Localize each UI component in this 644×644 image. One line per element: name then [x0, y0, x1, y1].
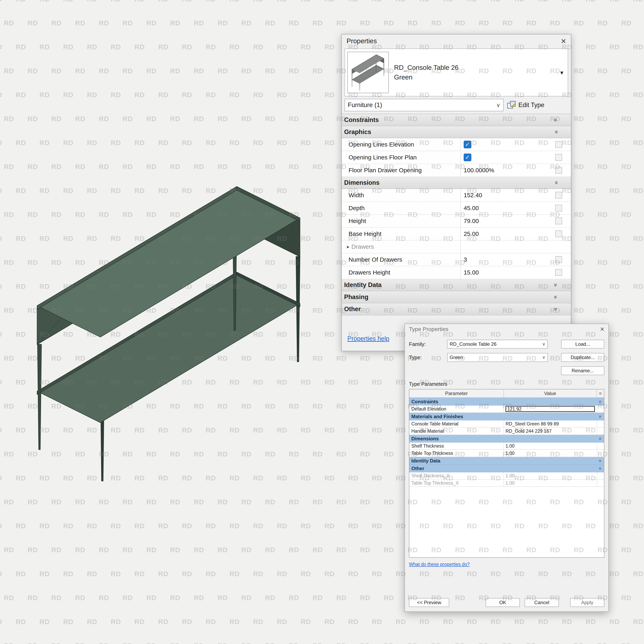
rename-button[interactable]: Rename...: [561, 366, 604, 375]
parameter-value[interactable]: 121.92: [504, 406, 597, 412]
associate-parameter-button[interactable]: [555, 141, 562, 148]
watermark-text: RD: [75, 546, 85, 554]
checkbox-opening-lines-floor-plan[interactable]: ✓: [464, 154, 471, 161]
associate-parameter-button[interactable]: [555, 269, 562, 276]
parameter-value[interactable]: 1.00: [504, 472, 597, 479]
chevron-double-down-icon[interactable]: »: [553, 283, 559, 287]
parameter-value[interactable]: RD_Steel Green 86 99 89: [504, 420, 597, 427]
chevron-double-down-icon[interactable]: »: [553, 308, 559, 311]
type-param-group-identity-data[interactable]: Identity Data»: [409, 457, 604, 465]
watermark-text: RD: [621, 259, 632, 266]
type-param-group-constraints[interactable]: Constraints»: [409, 398, 604, 406]
type-preview[interactable]: RD_Console Table 26 Green ▾: [345, 49, 568, 96]
property-group-identity-data[interactable]: Identity Data»: [342, 279, 571, 291]
watermark-text: RD: [598, 115, 608, 123]
associate-parameter-button[interactable]: [555, 230, 562, 237]
column-header-parameter[interactable]: Parameter: [409, 389, 504, 397]
associate-parameter-button[interactable]: [555, 192, 562, 199]
checkbox-opening-lines-elevation[interactable]: ✓: [464, 141, 471, 148]
watermark-text: RD: [123, 546, 133, 554]
filter-combo[interactable]: Furniture (1) ∨: [345, 99, 504, 111]
close-icon[interactable]: ×: [561, 37, 566, 45]
watermark-text: RD: [609, 43, 620, 51]
associate-parameter-button[interactable]: [555, 218, 562, 224]
parameter-value[interactable]: 1.00: [504, 443, 597, 449]
property-group-other[interactable]: Other»: [342, 303, 571, 315]
combo-caret-icon: ∨: [496, 102, 501, 108]
property-group-graphics[interactable]: Graphics»: [342, 126, 571, 138]
ok-button[interactable]: OK: [486, 598, 520, 607]
parameter-value[interactable]: 1.00: [504, 450, 597, 457]
associate-parameter-button[interactable]: [555, 205, 562, 212]
type-properties-help-link[interactable]: What do these properties do?: [409, 562, 470, 567]
watermark-text: RD: [241, 67, 252, 75]
chevron-double-up-icon[interactable]: »: [597, 437, 603, 440]
load-button[interactable]: Load...: [561, 340, 604, 349]
watermark-text: RD: [277, 139, 287, 147]
parameter-name: Table Top Thickness: [409, 450, 504, 457]
type-param-row-table-top-thickness: Table Top Thickness1.00: [409, 450, 604, 457]
chevron-double-down-icon[interactable]: »: [553, 118, 559, 122]
property-value[interactable]: ✓: [461, 138, 546, 151]
watermark-text: RD: [289, 594, 299, 602]
chevron-double-up-icon[interactable]: »: [553, 181, 559, 185]
property-value[interactable]: 3: [461, 253, 546, 266]
watermark-text: RD: [621, 211, 632, 219]
chevron-double-up-icon[interactable]: »: [597, 459, 603, 462]
type-selector-caret-icon[interactable]: ▾: [560, 69, 563, 76]
property-value[interactable]: 152.40: [461, 189, 546, 201]
properties-help-link[interactable]: Properties help: [347, 335, 389, 342]
property-value[interactable]: 79.00: [461, 215, 546, 227]
watermark-text: RD: [182, 618, 192, 626]
type-name: Green: [394, 72, 458, 82]
property-value[interactable]: ✓: [461, 151, 546, 164]
watermark-text: RD: [360, 450, 370, 458]
parameter-value[interactable]: RD_Gold 244 229 167: [504, 428, 597, 434]
edit-type-button[interactable]: Edit Type: [507, 100, 544, 110]
property-group-dimensions[interactable]: Dimensions»: [342, 177, 571, 189]
chevron-double-up-icon[interactable]: »: [597, 467, 603, 470]
parameter-value[interactable]: 1.00: [504, 480, 597, 486]
watermark-text: RD: [99, 642, 109, 644]
column-header-value[interactable]: Value: [504, 389, 597, 397]
watermark-text: RD: [51, 594, 62, 602]
chevron-double-up-icon[interactable]: »: [553, 130, 559, 134]
type-param-group-materials-and-finishes[interactable]: Materials and Finishes»: [409, 413, 604, 420]
property-row-number-of-drawers: Number Of Drawers3: [342, 253, 571, 266]
focused-value-input[interactable]: 121.92: [506, 406, 595, 412]
group-label: Materials and Finishes: [411, 414, 463, 419]
value-text: 152.40: [464, 192, 482, 199]
property-value[interactable]: 15.00: [461, 266, 546, 279]
property-value[interactable]: 25.00: [461, 228, 546, 240]
chevron-double-down-icon[interactable]: »: [553, 295, 559, 299]
associate-parameter-button[interactable]: [555, 167, 562, 174]
chevron-double-up-icon[interactable]: »: [597, 415, 603, 418]
family-combo[interactable]: RD_Console Table 26 ∨: [447, 340, 548, 349]
watermark-text: RD: [111, 139, 121, 147]
chevron-double-up-icon[interactable]: »: [597, 400, 603, 403]
property-value[interactable]: 45.00: [461, 202, 546, 214]
watermark-text: RD: [621, 115, 632, 123]
watermark-text: RD: [51, 498, 62, 506]
associate-parameter-button[interactable]: [555, 154, 562, 161]
property-group-constraints[interactable]: Constraints»: [342, 114, 571, 126]
property-group-phasing[interactable]: Phasing»: [342, 291, 571, 303]
associate-parameter-button[interactable]: [555, 256, 562, 263]
watermark-text: RD: [170, 546, 180, 554]
property-label: Height: [342, 215, 461, 227]
watermark-text: RD: [313, 594, 323, 602]
type-param-group-dimensions[interactable]: Dimensions»: [409, 435, 604, 443]
type-param-group-other[interactable]: Other»: [409, 465, 604, 472]
watermark-text: RD: [182, 522, 192, 530]
watermark-text: RD: [16, 330, 26, 338]
group-label: Identity Data: [411, 458, 440, 464]
apply-button[interactable]: Apply: [570, 598, 604, 607]
close-icon[interactable]: ×: [600, 326, 604, 333]
cancel-button[interactable]: Cancel: [525, 598, 559, 607]
preview-button[interactable]: << Preview: [409, 598, 449, 607]
duplicate-button[interactable]: Duplicate...: [561, 353, 604, 362]
property-value[interactable]: 100.0000%: [461, 164, 546, 176]
watermark-text: RD: [313, 642, 323, 644]
watermark-text: RD: [4, 19, 14, 27]
type-combo[interactable]: Green ∨: [447, 353, 548, 362]
